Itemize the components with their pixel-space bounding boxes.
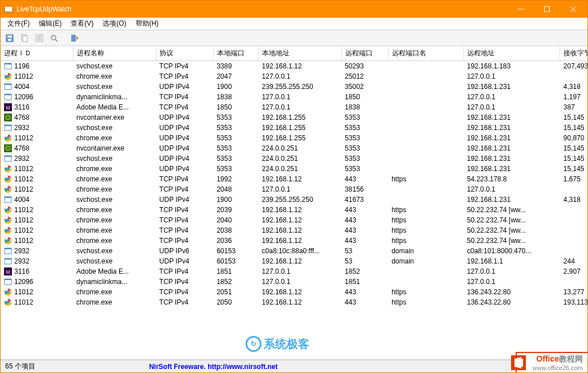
table-row[interactable]: 11012chrome.exeTCP IPv42050192.168.1.124… bbox=[1, 297, 587, 307]
svg-rect-3 bbox=[545, 7, 550, 12]
exit-icon[interactable] bbox=[68, 31, 81, 45]
column-header[interactable]: 本地地址 bbox=[259, 46, 342, 61]
cell-laddr: 192.168.1.255 bbox=[259, 133, 342, 143]
copy-icon[interactable] bbox=[18, 31, 31, 45]
close-button[interactable] bbox=[560, 1, 586, 18]
cell-laddr: 192.168.1.12 bbox=[259, 225, 342, 236]
maximize-button[interactable] bbox=[534, 1, 560, 18]
table-row[interactable]: 11012chrome.exeTCP IPv42051192.168.1.124… bbox=[1, 287, 587, 297]
table-row[interactable]: 11012chrome.exeTCP IPv42038192.168.1.124… bbox=[1, 225, 587, 236]
menu-edit[interactable]: 编辑(E) bbox=[34, 18, 66, 30]
cell-rpname bbox=[388, 102, 463, 112]
svg-rect-55 bbox=[5, 248, 11, 249]
column-header[interactable]: 协议 bbox=[156, 46, 214, 61]
svg-rect-23 bbox=[5, 84, 11, 85]
column-header[interactable]: 远程端口名 bbox=[388, 46, 463, 61]
cell-rbytes: 1,675 bbox=[560, 174, 587, 184]
process-icon bbox=[4, 165, 12, 173]
cell-raddr: 192.168.1.231 bbox=[463, 164, 560, 174]
cell-raddr: 192.168.1.183 bbox=[463, 61, 560, 72]
table-header-row: 进程ＩＤ进程名称协议本地端口本地地址远程端口远程端口名远程地址接收字节数发送字节… bbox=[1, 46, 587, 61]
process-icon bbox=[4, 93, 12, 101]
table-row[interactable]: 11012chrome.exeTCP IPv42039192.168.1.124… bbox=[1, 205, 587, 215]
cell-pid: 4004 bbox=[1, 82, 73, 92]
table-container[interactable]: 进程ＩＤ进程名称协议本地端口本地地址远程端口远程端口名远程地址接收字节数发送字节… bbox=[1, 46, 587, 360]
column-header[interactable]: 本地端口 bbox=[213, 46, 258, 61]
cell-laddr: 127.0.0.1 bbox=[259, 92, 342, 102]
cell-rpname: https bbox=[388, 225, 463, 236]
table-row[interactable]: 4004svchost.exeUDP IPv41900239.255.255.2… bbox=[1, 194, 587, 205]
table-row[interactable]: M3116Adobe Media E...TCP IPv41850127.0.0… bbox=[1, 102, 587, 112]
menu-view[interactable]: 查看(V) bbox=[66, 18, 98, 30]
table-row[interactable]: 11012chrome.exeTCP IPv41992192.168.1.124… bbox=[1, 174, 587, 184]
table-row[interactable]: 1196svchost.exeTCP IPv43389192.168.1.125… bbox=[1, 61, 587, 72]
status-count: 65 个项目 bbox=[5, 362, 35, 371]
cell-lport: 1850 bbox=[213, 102, 258, 112]
table-row[interactable]: 11012chrome.exeTCP IPv42040192.168.1.124… bbox=[1, 215, 587, 225]
menu-file[interactable]: 文件(F) bbox=[3, 18, 34, 30]
menubar: 文件(F) 编辑(E) 查看(V) 选项(O) 帮助(H) bbox=[1, 18, 587, 30]
cell-pid: 12096 bbox=[1, 92, 73, 102]
cell-pname: svchost.exe bbox=[73, 246, 156, 256]
table-row[interactable]: 2932svchost.exeUDP IPv45353224.0.0.25153… bbox=[1, 153, 587, 164]
cell-proto: TCP IPv4 bbox=[156, 102, 214, 112]
column-header[interactable]: 远程地址 bbox=[463, 46, 560, 61]
cell-pid: 2932 bbox=[1, 246, 73, 256]
cell-laddr: 127.0.0.1 bbox=[259, 266, 342, 277]
cell-laddr: 127.0.0.1 bbox=[259, 71, 342, 82]
minimize-button[interactable] bbox=[508, 1, 534, 18]
cell-proto: UDP IPv4 bbox=[156, 82, 214, 92]
cell-pname: svchost.exe bbox=[73, 153, 156, 164]
find-icon[interactable] bbox=[47, 31, 61, 45]
table-row[interactable]: 2932svchost.exeUDP IPv45353192.168.1.255… bbox=[1, 123, 587, 133]
cell-rbytes: 15,145 bbox=[560, 153, 587, 164]
cell-raddr: 50.22.232.74 [ww... bbox=[463, 236, 560, 246]
badge-brand: Office bbox=[536, 354, 559, 363]
cell-rpname: https bbox=[388, 297, 463, 307]
table-row[interactable]: 11012chrome.exeTCP IPv42036192.168.1.124… bbox=[1, 236, 587, 246]
cell-pid: 2932 bbox=[1, 123, 73, 133]
table-row[interactable]: 4768nvcontainer.exeUDP IPv45353192.168.1… bbox=[1, 112, 587, 123]
cell-laddr: 192.168.1.12 bbox=[259, 256, 342, 266]
table-row[interactable]: 11012chrome.exeTCP IPv42048127.0.0.13815… bbox=[1, 184, 587, 194]
cell-rbytes: 387 bbox=[560, 102, 587, 112]
table-row[interactable]: 2932svchost.exeUDP IPv660153c0a8:10c:88a… bbox=[1, 246, 587, 256]
column-header[interactable]: 接收字节数 bbox=[560, 46, 587, 61]
cell-pid: 2932 bbox=[1, 153, 73, 164]
cell-pname: dynamiclinkma... bbox=[73, 277, 156, 287]
column-header[interactable]: 远程端口 bbox=[341, 46, 388, 61]
cell-lport: 5353 bbox=[213, 133, 258, 143]
cell-rport: 5353 bbox=[341, 143, 388, 153]
table-row[interactable]: 12096dynamiclinkma...TCP IPv41852127.0.0… bbox=[1, 277, 587, 287]
process-icon bbox=[4, 155, 12, 163]
properties-icon[interactable] bbox=[32, 31, 46, 45]
column-header[interactable]: 进程名称 bbox=[73, 46, 156, 61]
cell-pid: 4768 bbox=[1, 112, 73, 123]
cell-pname: nvcontainer.exe bbox=[73, 143, 156, 153]
table-row[interactable]: 4768nvcontainer.exeUDP IPv45353224.0.0.2… bbox=[1, 143, 587, 153]
cell-rbytes: 244 bbox=[560, 256, 587, 266]
process-icon bbox=[4, 62, 12, 70]
column-header[interactable]: 进程ＩＤ bbox=[1, 46, 73, 61]
table-row[interactable]: 11012chrome.exeUDP IPv45353192.168.1.255… bbox=[1, 133, 587, 143]
cell-pname: Adobe Media E... bbox=[73, 102, 156, 112]
table-row[interactable]: 4004svchost.exeUDP IPv41900239.255.255.2… bbox=[1, 82, 587, 92]
table-row[interactable]: 12096dynamiclinkma...TCP IPv41838127.0.0… bbox=[1, 92, 587, 102]
table-row[interactable]: 11012chrome.exeUDP IPv45353224.0.0.25153… bbox=[1, 164, 587, 174]
cell-rpname bbox=[388, 184, 463, 194]
process-icon bbox=[4, 288, 12, 296]
cell-rpname bbox=[388, 164, 463, 174]
save-icon[interactable] bbox=[3, 31, 17, 45]
cell-raddr: 127.0.0.1 bbox=[463, 92, 560, 102]
menu-help[interactable]: 帮助(H) bbox=[131, 18, 164, 30]
cell-rport: 25012 bbox=[341, 71, 388, 82]
titlebar[interactable]: LiveTcpUdpWatch bbox=[1, 1, 587, 18]
status-credit[interactable]: NirSoft Freeware. http://www.nirsoft.net bbox=[149, 363, 278, 371]
badge-url: www.office26.com bbox=[533, 364, 583, 371]
cell-laddr: 192.168.1.12 bbox=[259, 287, 342, 297]
table-row[interactable]: M3116Adobe Media E...TCP IPv41851127.0.0… bbox=[1, 266, 587, 277]
table-row[interactable]: 2932svchost.exeUDP IPv460153192.168.1.12… bbox=[1, 256, 587, 266]
menu-options[interactable]: 选项(O) bbox=[98, 18, 130, 30]
table-row[interactable]: 11012chrome.exeTCP IPv42047127.0.0.12501… bbox=[1, 71, 587, 82]
cell-rport: 50293 bbox=[341, 61, 388, 72]
